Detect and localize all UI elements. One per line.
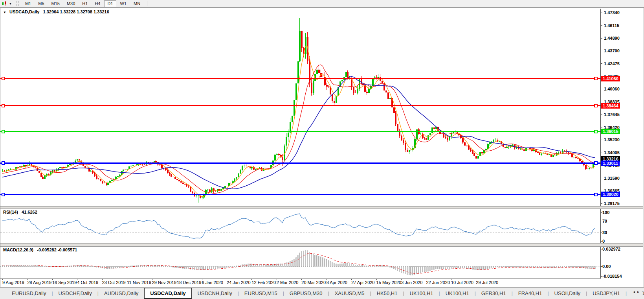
timeframe-button-m5[interactable]: M5 <box>35 0 47 7</box>
date-tick-label: 20 Mar 2020 <box>301 280 326 285</box>
date-tick-label: 29 Nov 2019 <box>152 280 176 285</box>
rsi-tick: 70 <box>602 218 634 224</box>
tab-audusd-daily[interactable]: AUDUSD,Daily <box>99 288 144 299</box>
tab-eurusd-m15[interactable]: EURUSD,M15 <box>239 288 283 299</box>
tab-ger30-h1[interactable]: GER30,H1 <box>476 288 512 299</box>
price-tick: 1.40060 <box>604 86 631 92</box>
macd-indicator-values: -0.005282 -0.005571 <box>37 247 77 252</box>
date-tick-label: 24 Jan 2020 <box>227 280 251 285</box>
date-tick-label: 11 Nov 2019 <box>127 280 151 285</box>
date-tick-label: 18 Dec 2019 <box>177 280 201 285</box>
rsi-tick: 30 <box>602 230 634 235</box>
tab-fra40-h1[interactable]: FRA40,H1 <box>513 288 548 299</box>
timeframe-button-h4[interactable]: H4 <box>92 0 103 7</box>
timeframe-button-m1[interactable]: M1 <box>22 0 34 7</box>
price-tick: 1.44890 <box>604 35 631 41</box>
date-tick-label: 27 Apr 2020 <box>351 280 374 285</box>
price-tick: 1.37645 <box>604 112 631 117</box>
symbol-tabbar: EURUSD,Daily|USDCHF,Daily|AUDUSD,DailyUS… <box>0 287 644 299</box>
hline-handle[interactable] <box>594 104 597 107</box>
price-tick: 1.43700 <box>604 48 631 54</box>
macd-indicator-label: MACD(12,26,9) -0.005282 -0.005571 <box>3 247 77 252</box>
tab-uk100-h1[interactable]: UK100,H1 <box>440 288 475 299</box>
timeframe-button-h1[interactable]: H1 <box>79 0 91 7</box>
macd-tick: 0.032972 <box>602 246 634 252</box>
hline-price-tag: 1.41060 <box>601 76 620 81</box>
tab-hk50-h1[interactable]: HK50,H1 <box>371 288 403 299</box>
date-tick-label: 29 Jul 2020 <box>476 280 498 285</box>
tab-usdcnh-daily[interactable]: USDCNH,Daily <box>192 288 238 299</box>
tab-eurusd-daily[interactable]: EURUSD,Daily <box>6 288 51 299</box>
price-tick: 1.46115 <box>604 23 631 28</box>
date-tick-label: 8 Apr 2020 <box>327 280 347 285</box>
tab-gbpusd-m30[interactable]: GBPUSD,M30 <box>284 288 328 299</box>
date-tick-label: 4 Oct 2019 <box>77 280 98 285</box>
tab-scroll-right-icon[interactable]: ▸ <box>637 290 642 294</box>
timeframe-toolbar: ▼ M1M5M15M30H1H4D1W1MN <box>0 0 644 7</box>
pane-splitter-rsi[interactable] <box>0 206 643 209</box>
tab-usdcad-daily[interactable]: USDCAD,Daily <box>144 288 192 299</box>
timeframe-button-mn[interactable]: MN <box>130 0 143 7</box>
hline-handle[interactable] <box>2 130 5 133</box>
hline-handle[interactable] <box>594 77 597 80</box>
date-tick-label: 12 Feb 2020 <box>251 280 276 285</box>
price-tick: 1.31590 <box>604 175 631 181</box>
timeframe-button-d1[interactable]: D1 <box>104 0 116 7</box>
hline-handle[interactable] <box>2 77 5 80</box>
date-tick-label: 9 Aug 2019 <box>2 280 24 285</box>
hline-price-tag: 1.30020 <box>601 192 620 197</box>
date-tick-label: 6 Jan 2020 <box>202 280 223 285</box>
date-tick-label: 16 Sep 2019 <box>52 280 77 285</box>
chart-canvas[interactable] <box>0 0 644 299</box>
hline-price-tag: 1.36015 <box>601 129 620 134</box>
hline-handle[interactable] <box>2 104 5 107</box>
toolbar-separator <box>147 1 147 6</box>
price-tick: 1.47340 <box>604 10 631 15</box>
chart-title-ohlc: 1.32964 1.33228 1.32708 1.33216 <box>43 9 109 14</box>
hline-handle[interactable] <box>594 193 597 196</box>
hline-handle[interactable] <box>594 130 597 133</box>
hline-handle[interactable] <box>594 162 597 164</box>
mt4-window: { "toolbar": { "timeframes": [ {"label":… <box>0 0 644 299</box>
date-tick-label: 10 Jul 2020 <box>451 280 473 285</box>
rsi-tick: 100 <box>602 210 634 215</box>
price-tick: 1.35230 <box>604 137 631 142</box>
macd-tick: -0.018154 <box>602 273 634 279</box>
price-tick: 1.42475 <box>604 61 631 66</box>
rsi-indicator-value: 41.6262 <box>22 210 37 214</box>
tab-uk100-h1[interactable]: UK100,H1 <box>404 288 439 299</box>
chart-type-icon[interactable] <box>2 1 9 6</box>
timeframe-buttons: M1M5M15M30H1H4D1W1MN <box>22 0 144 7</box>
tab-scroll-buttons: ◂▸ <box>632 288 642 295</box>
hline-handle[interactable] <box>2 193 5 196</box>
tab-usoil-daily[interactable]: USOil,Daily <box>549 288 586 299</box>
chart-title: ▼ USDCAD,Daily 1.32964 1.33228 1.32708 1… <box>3 9 109 14</box>
tab-xauusd-m5[interactable]: XAUUSD,M5 <box>329 288 370 299</box>
toolbar-grip <box>16 1 19 6</box>
timeframe-button-m30[interactable]: M30 <box>64 0 78 7</box>
date-tick-label: 2 Mar 2020 <box>277 280 299 285</box>
chart-title-symbol: USDCAD,Daily <box>9 9 39 14</box>
date-tick-label: 22 Jun 2020 <box>426 280 450 285</box>
pane-splitter-macd[interactable] <box>0 243 643 247</box>
hline-handle[interactable] <box>2 162 5 164</box>
timeframe-button-m15[interactable]: M15 <box>48 0 63 7</box>
timeframe-button-w1[interactable]: W1 <box>117 0 130 7</box>
chart-type-dropdown-icon[interactable]: ▼ <box>9 2 12 5</box>
chart-title-caret-icon[interactable]: ▼ <box>3 11 6 14</box>
rsi-indicator-label: RSI(14) 41.6262 <box>3 210 37 214</box>
price-tick: 1.34005 <box>604 150 631 155</box>
date-tick-label: 3 Jun 2020 <box>401 280 422 285</box>
tab-usdchf-daily[interactable]: USDCHF,Daily <box>53 288 97 299</box>
price-tick: 1.29175 <box>604 201 631 206</box>
date-tick-label: 28 Aug 2019 <box>27 280 51 285</box>
tab-scroll-left-icon[interactable]: ◂ <box>633 290 637 294</box>
hline-price-tag: 1.38464 <box>601 103 620 109</box>
tab-usdjpy-h1[interactable]: USDJPY,H1 <box>587 288 626 299</box>
date-tick-label: 15 May 2020 <box>376 280 402 285</box>
macd-tick: 0.00 <box>602 264 634 269</box>
date-tick-label: 23 Oct 2019 <box>102 280 126 285</box>
hline-price-tag: 1.33011 <box>601 161 620 166</box>
